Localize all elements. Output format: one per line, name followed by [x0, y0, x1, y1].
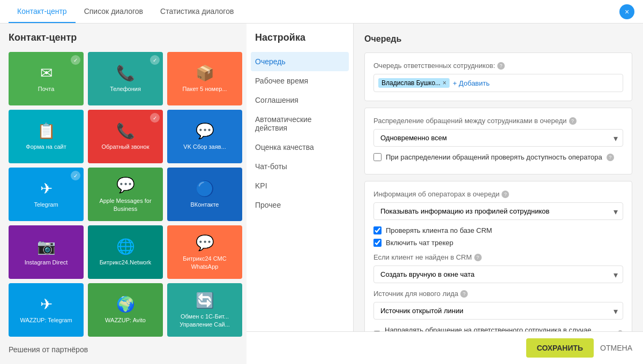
card-label: Обмен с 1С-Бит... Управление Сай...	[171, 313, 238, 328]
operator-info-help-icon[interactable]: ?	[502, 191, 509, 198]
channel-card[interactable]: ✓✈Telegram	[9, 168, 84, 221]
check-icon: ✓	[150, 55, 160, 65]
settings-menu-item[interactable]: Соглашения	[246, 90, 353, 110]
new-lead-source-label: Источник для нового лида ?	[373, 290, 623, 298]
settings-menu-item[interactable]: KPI	[246, 176, 353, 195]
operator-info-select[interactable]: Показывать информацию из профилей сотруд…	[373, 202, 623, 220]
card-label: VK Сбор заяв...	[183, 143, 226, 150]
card-label: ВКонтакте	[191, 201, 219, 208]
check-availability-checkbox[interactable]	[373, 153, 382, 161]
responsible-tag-input[interactable]: Владислав Бушко... × + Добавить	[373, 74, 623, 92]
tab-dialog-list[interactable]: Список диалогов	[76, 1, 152, 23]
settings-menu-item[interactable]: Автоматические действия	[246, 110, 353, 138]
check-icon: ✓	[71, 55, 80, 65]
check-icon: ✓	[150, 113, 160, 123]
distribution-group: Распределение обращений между сотрудника…	[364, 108, 632, 175]
tab-contact-center[interactable]: Контакт-центр	[9, 1, 76, 23]
employee-name: Владислав Бушко...	[382, 79, 440, 87]
check-crm-checkbox[interactable]	[373, 226, 382, 234]
settings-menu-item[interactable]: Очередь	[251, 52, 349, 71]
card-label: Битрикс24.Network	[100, 259, 152, 266]
distribution-select-wrapper: Одновременно всем	[373, 129, 623, 147]
employee-tag: Владислав Бушко... ×	[378, 78, 450, 88]
new-lead-help-icon[interactable]: ?	[460, 290, 468, 298]
enable-tracker-checkbox[interactable]	[373, 239, 382, 247]
save-button[interactable]: СОХРАНИТЬ	[526, 338, 594, 358]
channel-card[interactable]: 📷Instagram Direct	[9, 225, 84, 279]
channel-card[interactable]: 💬Битрикс24 СМС WhatsApp	[167, 225, 242, 279]
card-icon: 📦	[196, 64, 214, 82]
responsible-help-icon[interactable]: ?	[497, 62, 505, 70]
bottom-bar: СОХРАНИТЬ ОТМЕНА	[246, 331, 643, 364]
card-label: WAZZUP: Telegram	[20, 316, 72, 324]
availability-help-icon[interactable]: ?	[607, 154, 614, 161]
card-icon: ✉	[40, 64, 53, 82]
settings-menu-item[interactable]: Оценка качества	[246, 138, 353, 157]
channel-card[interactable]: ✓📞Обратный звонок	[88, 110, 163, 163]
operator-info-group: Информация об операторах в очереди ? Пок…	[364, 181, 632, 355]
check-crm-row: Проверять клиента по базе CRM	[373, 226, 623, 234]
check-availability-row: При распределении обращений проверять до…	[373, 153, 623, 161]
card-icon: 💬	[196, 234, 214, 252]
tab-dialog-stats[interactable]: Статистика диалогов	[152, 1, 242, 23]
cancel-button[interactable]: ОТМЕНА	[600, 344, 632, 352]
check-crm-label: Проверять клиента по базе CRM	[386, 226, 492, 234]
top-nav: Контакт-центр Список диалогов Статистика…	[0, 0, 643, 24]
channel-card[interactable]: 💬Apple Messages for Business	[88, 168, 163, 221]
not-found-select[interactable]: Создать вручную в окне чата	[373, 266, 623, 283]
card-icon: 📷	[37, 238, 56, 255]
channel-card[interactable]: 🌐Битрикс24.Network	[88, 225, 163, 279]
channel-card[interactable]: 🔵ВКонтакте	[167, 168, 242, 221]
card-icon: ✈	[40, 180, 53, 198]
card-label: WAZZUP: Avito	[105, 316, 146, 324]
distribution-help-icon[interactable]: ?	[569, 117, 577, 125]
card-label: Битрикс24 СМС WhatsApp	[171, 255, 238, 270]
channel-card[interactable]: ✈WAZZUP: Telegram	[9, 283, 84, 337]
card-icon: 🌍	[116, 295, 135, 313]
card-icon: ✈	[40, 295, 53, 313]
card-icon: 📞	[116, 64, 135, 82]
channel-card[interactable]: 🔄Обмен с 1С-Бит... Управление Сай...	[167, 283, 242, 337]
settings-menu-item[interactable]: Рабочее время	[246, 71, 353, 90]
settings-menu-item[interactable]: Прочее	[246, 195, 353, 215]
new-lead-select[interactable]: Источник открытой линии	[373, 302, 623, 320]
card-label: Телефония	[110, 85, 141, 93]
page-title: Контакт-центр	[9, 32, 238, 43]
card-label: Форма на сайт	[26, 143, 66, 150]
card-label: Apple Messages for Business	[92, 197, 159, 213]
not-found-select-wrapper: Создать вручную в окне чата	[373, 266, 623, 283]
settings-title: Настройка	[246, 32, 353, 52]
channel-card[interactable]: 🌍WAZZUP: Avito	[88, 283, 163, 337]
operator-info-select-wrapper: Показывать информацию из профилей сотруд…	[373, 202, 623, 220]
channel-card[interactable]: 📋Форма на сайт	[9, 110, 84, 163]
add-employee-link[interactable]: + Добавить	[453, 79, 490, 87]
channel-card[interactable]: 💬VK Сбор заяв...	[167, 110, 242, 163]
enable-tracker-row: Включить чат трекер	[373, 239, 623, 247]
settings-overlay: Настройка ОчередьРабочее времяСоглашения…	[246, 24, 643, 364]
card-label: Почта	[38, 85, 55, 93]
partners-title: Решения от партнёров	[9, 345, 238, 354]
distribution-select[interactable]: Одновременно всем	[373, 129, 623, 147]
not-found-help-icon[interactable]: ?	[474, 254, 482, 261]
card-grid: ✓✉Почта✓📞Телефония📦Пакет 5 номер...📋Форм…	[9, 52, 238, 337]
settings-menu-item[interactable]: Чат-боты	[246, 157, 353, 176]
enable-tracker-label: Включить чат трекер	[386, 239, 453, 247]
check-availability-label: При распределении обращений проверять до…	[386, 153, 602, 161]
card-icon: 🌐	[116, 238, 135, 255]
new-lead-select-wrapper: Источник открытой линии	[373, 302, 623, 320]
check-icon: ✓	[71, 171, 80, 180]
card-icon: 💬	[196, 122, 214, 140]
close-button[interactable]: ×	[619, 4, 634, 19]
card-icon: 📞	[116, 122, 135, 140]
left-panel: Контакт-центр ✓✉Почта✓📞Телефония📦Пакет 5…	[0, 24, 246, 364]
channel-card[interactable]: ✓✉Почта	[9, 52, 84, 105]
card-label: Telegram	[34, 201, 58, 208]
distribution-label: Распределение обращений между сотрудника…	[373, 117, 623, 125]
card-icon: 🔵	[196, 180, 214, 198]
card-icon: 💬	[116, 176, 135, 194]
tag-close-icon[interactable]: ×	[443, 79, 446, 87]
channel-card[interactable]: ✓📞Телефония	[88, 52, 163, 105]
channel-card[interactable]: 📦Пакет 5 номер...	[167, 52, 242, 105]
card-icon: 📋	[37, 122, 56, 140]
not-found-label: Если клиент не найден в CRM ?	[373, 253, 623, 261]
